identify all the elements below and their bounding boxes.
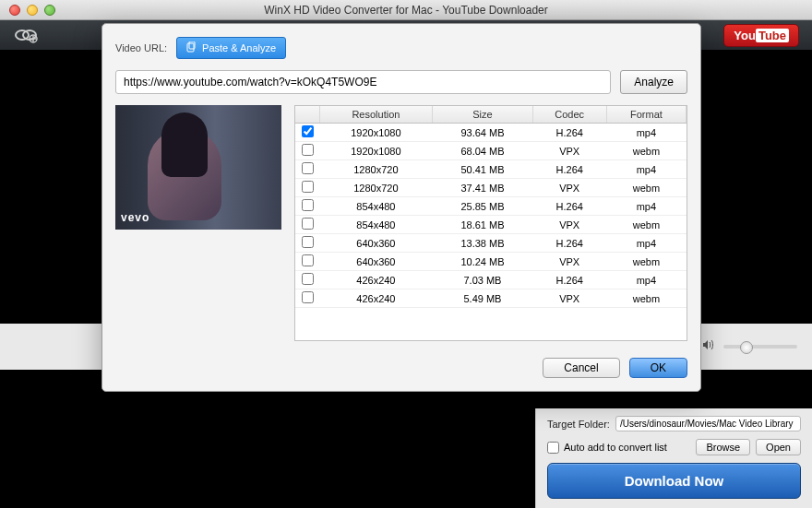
cell-resolution: 1280x720 [319, 160, 433, 179]
cell-format: mp4 [606, 234, 686, 253]
table-row[interactable]: 1920x108093.64 MBH.264mp4 [295, 124, 687, 142]
paste-analyze-button[interactable]: Paste & Analyze [176, 37, 286, 59]
window-title: WinX HD Video Converter for Mac - YouTub… [0, 4, 812, 17]
cell-resolution: 1920x1080 [319, 124, 433, 142]
cell-size: 93.64 MB [433, 124, 532, 142]
youtube-tube: Tube [756, 29, 789, 42]
cell-size: 37.41 MB [433, 179, 532, 197]
cell-format: webm [606, 253, 686, 271]
row-checkbox[interactable] [302, 162, 314, 174]
row-checkbox[interactable] [302, 181, 314, 193]
cell-codec: H.264 [532, 197, 606, 216]
download-now-button[interactable]: Download Now [547, 463, 801, 499]
cell-size: 25.85 MB [433, 197, 532, 216]
cell-size: 5.49 MB [433, 289, 532, 308]
volume-slider[interactable] [723, 345, 797, 349]
cell-resolution: 426x240 [319, 289, 433, 308]
col-resolution: Resolution [319, 106, 433, 124]
cell-format: mp4 [606, 124, 686, 142]
table-row[interactable]: 1280x72050.41 MBH.264mp4 [295, 160, 687, 179]
youtube-badge: YouTube [723, 24, 799, 47]
col-codec: Codec [532, 106, 606, 124]
cell-resolution: 426x240 [319, 271, 433, 289]
ok-button[interactable]: OK [629, 358, 687, 378]
col-size: Size [433, 106, 532, 124]
cell-codec: H.264 [532, 271, 606, 289]
cell-size: 68.04 MB [433, 142, 532, 160]
clipboard-icon [186, 41, 197, 54]
row-checkbox[interactable] [302, 273, 314, 285]
table-row[interactable]: 426x2405.49 MBVPXwebm [295, 289, 687, 308]
row-checkbox[interactable] [302, 254, 314, 266]
vevo-logo: vevo [121, 211, 149, 224]
cell-codec: H.264 [532, 234, 606, 253]
cell-format: webm [606, 179, 686, 197]
cell-format: webm [606, 216, 686, 234]
formats-table[interactable]: Resolution Size Codec Format 1920x108093… [294, 105, 687, 341]
cell-size: 10.24 MB [433, 253, 532, 271]
cell-resolution: 1920x1080 [319, 142, 433, 160]
cell-codec: VPX [532, 142, 606, 160]
table-row[interactable]: 1280x72037.41 MBVPXwebm [295, 179, 687, 197]
row-checkbox[interactable] [302, 199, 314, 211]
cell-format: mp4 [606, 197, 686, 216]
youtube-you: You [734, 29, 756, 42]
table-row[interactable]: 640x36010.24 MBVPXwebm [295, 253, 687, 271]
cell-resolution: 640x360 [319, 234, 433, 253]
svg-rect-5 [187, 43, 194, 52]
cell-format: webm [606, 289, 686, 308]
row-checkbox[interactable] [302, 291, 314, 303]
paste-analyze-label: Paste & Analyze [202, 42, 276, 53]
table-row[interactable]: 426x2407.03 MBH.264mp4 [295, 271, 687, 289]
cell-size: 18.61 MB [433, 216, 532, 234]
cell-resolution: 640x360 [319, 253, 433, 271]
volume-icon[interactable] [701, 338, 714, 355]
row-checkbox[interactable] [302, 218, 314, 230]
cell-codec: VPX [532, 216, 606, 234]
cell-size: 13.38 MB [433, 234, 532, 253]
open-button[interactable]: Open [756, 439, 801, 455]
cell-size: 50.41 MB [433, 160, 532, 179]
bottom-panel: Target Folder: Auto add to convert list … [535, 408, 812, 508]
cell-codec: VPX [532, 289, 606, 308]
cell-codec: VPX [532, 179, 606, 197]
url-input[interactable] [115, 70, 611, 94]
analyze-dialog: Video URL: Paste & Analyze Analyze vevo … [102, 23, 701, 392]
analyze-button[interactable]: Analyze [620, 70, 687, 94]
titlebar: WinX HD Video Converter for Mac - YouTub… [0, 0, 812, 20]
row-checkbox[interactable] [302, 236, 314, 248]
table-row[interactable]: 640x36013.38 MBH.264mp4 [295, 234, 687, 253]
cell-size: 7.03 MB [433, 271, 532, 289]
table-row[interactable]: 854x48018.61 MBVPXwebm [295, 216, 687, 234]
row-checkbox[interactable] [302, 144, 314, 156]
cancel-button[interactable]: Cancel [543, 358, 619, 378]
link-icon[interactable] [13, 26, 39, 44]
cell-codec: VPX [532, 253, 606, 271]
auto-add-label: Auto add to convert list [564, 442, 667, 453]
table-row[interactable]: 854x48025.85 MBH.264mp4 [295, 197, 687, 216]
table-row[interactable]: 1920x108068.04 MBVPXwebm [295, 142, 687, 160]
cell-resolution: 854x480 [319, 216, 433, 234]
target-folder-label: Target Folder: [547, 419, 610, 430]
target-folder-input[interactable] [615, 416, 801, 431]
col-format: Format [606, 106, 686, 124]
cell-codec: H.264 [532, 124, 606, 142]
cell-resolution: 1280x720 [319, 179, 433, 197]
cell-format: webm [606, 142, 686, 160]
video-url-label: Video URL: [115, 42, 167, 53]
table-header-row: Resolution Size Codec Format [295, 106, 687, 124]
cell-format: mp4 [606, 160, 686, 179]
auto-add-checkbox[interactable] [547, 442, 559, 454]
video-thumbnail: vevo [115, 105, 281, 230]
browse-button[interactable]: Browse [696, 439, 750, 455]
cell-codec: H.264 [532, 160, 606, 179]
cell-format: mp4 [606, 271, 686, 289]
row-checkbox[interactable] [302, 125, 314, 137]
cell-resolution: 854x480 [319, 197, 433, 216]
